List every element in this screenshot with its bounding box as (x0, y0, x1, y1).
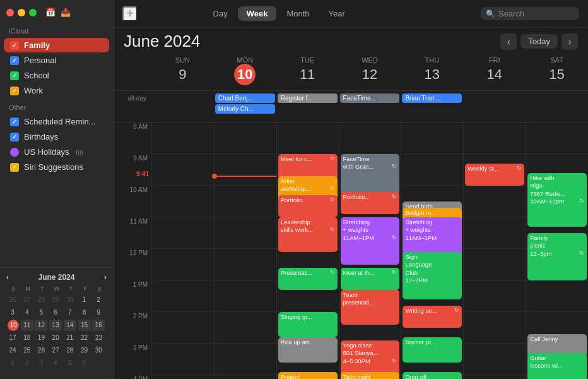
fullscreen-button[interactable] (29, 9, 37, 16)
event-block[interactable]: Portfolio... (278, 195, 338, 217)
mini-cal-prev[interactable]: ‹ (6, 273, 9, 282)
mini-cal-day[interactable]: 2 (92, 294, 105, 306)
tab-year[interactable]: Year (320, 6, 354, 21)
event-block[interactable]: Presentati... (278, 268, 338, 290)
mini-cal-day[interactable]: 7 (64, 307, 76, 318)
search-bar[interactable]: 🔍 (481, 7, 579, 20)
event-block[interactable]: Writing se... (403, 306, 462, 328)
mini-cal-day[interactable]: 5 (64, 358, 76, 369)
mini-cal-day[interactable]: 3 (6, 307, 19, 318)
mini-cal-day[interactable]: 28 (64, 345, 76, 356)
day-col-0[interactable] (151, 123, 214, 379)
allday-event[interactable]: Register f... (278, 93, 338, 103)
allday-cell-4[interactable]: Brian Tran'... (401, 92, 463, 104)
event-block[interactable]: Project presents... (278, 372, 338, 379)
mini-cal-day[interactable]: 11 (21, 320, 33, 331)
time-grid-container[interactable]: 7 AM8 AM9 AM10 AM11 AM12 PM1 PM2 PM3 PM4… (114, 123, 588, 379)
mini-cal-day[interactable]: 4 (49, 358, 62, 369)
mini-cal-day[interactable]: 28 (35, 294, 47, 306)
day-num[interactable]: 12 (359, 64, 380, 85)
mini-cal-day[interactable]: 17 (6, 332, 19, 344)
mini-cal-day[interactable]: 26 (6, 294, 19, 306)
add-event-button[interactable]: + (122, 6, 138, 21)
event-block[interactable]: Portfolio... (341, 192, 400, 214)
mini-cal-day[interactable]: 6 (49, 307, 62, 318)
mini-cal-day[interactable]: 1 (78, 294, 91, 306)
day-col-4[interactable]: Send birth...Budget m...Take Luna...Stre… (401, 123, 463, 379)
day-num[interactable]: 10 (234, 64, 256, 85)
event-block[interactable]: Leadership skills work... (278, 217, 338, 252)
minimize-button[interactable] (18, 9, 25, 16)
tab-month[interactable]: Month (278, 6, 318, 21)
day-num[interactable]: 9 (172, 64, 193, 85)
search-input[interactable] (498, 9, 574, 18)
tab-day[interactable]: Day (204, 6, 237, 21)
mini-cal-day[interactable]: 16 (92, 320, 105, 331)
day-num[interactable]: 14 (484, 64, 505, 85)
next-button[interactable]: › (562, 33, 578, 50)
mini-cal-day[interactable]: 3 (35, 358, 47, 369)
mini-cal-day[interactable]: 4 (21, 307, 33, 318)
allday-cell-6[interactable] (526, 92, 588, 95)
mini-cal-next[interactable]: › (104, 273, 107, 282)
mini-cal-day[interactable]: 20 (49, 332, 62, 344)
mini-cal-day[interactable]: 27 (21, 294, 33, 306)
sidebar-item-personal[interactable]: Personal (4, 53, 109, 68)
mini-cal-day[interactable]: 19 (35, 332, 47, 344)
allday-event[interactable]: Melody Ch... (215, 104, 275, 114)
mini-cal-day[interactable]: 13 (49, 320, 62, 331)
event-block[interactable]: Soccer pr... (403, 337, 462, 363)
day-num[interactable]: 11 (297, 64, 318, 85)
mini-cal-day[interactable]: 18 (21, 332, 33, 344)
sidebar-item-scheduled[interactable]: ✓Scheduled Remin... (4, 114, 109, 129)
mini-cal-day[interactable]: 6 (78, 358, 91, 369)
sidebar-item-holidays[interactable]: US Holidays)))) (4, 145, 109, 159)
day-col-5[interactable]: Weekly st... (463, 123, 526, 379)
prev-button[interactable]: ‹ (500, 33, 517, 50)
event-block[interactable]: Team presentati... (341, 290, 400, 322)
mini-cal-day[interactable]: 14 (64, 320, 76, 331)
mini-cal-day[interactable]: 25 (21, 345, 33, 356)
allday-event[interactable]: Brian Tran'... (402, 93, 462, 103)
day-col-6[interactable]: Hike with Rigo 7867 Redw... 10AM–12pmFam… (526, 123, 588, 379)
allday-cell-5[interactable] (463, 92, 526, 95)
event-block[interactable]: Family picnic 12–3pm (527, 233, 587, 280)
event-block[interactable]: Meet at th... (341, 268, 400, 290)
sidebar-item-family[interactable]: Family (4, 38, 109, 52)
event-block[interactable]: Drop off (403, 372, 462, 379)
mini-cal-day[interactable]: 10 (8, 320, 19, 331)
event-block[interactable]: FaceTime with Gran... (341, 154, 400, 195)
event-block[interactable]: Weekly st... (465, 164, 524, 186)
mini-cal-day[interactable]: 23 (92, 332, 105, 344)
mini-cal-day[interactable]: 5 (35, 307, 47, 318)
mini-cal-day[interactable]: 22 (78, 332, 91, 344)
mini-cal-day[interactable]: 29 (49, 294, 62, 306)
allday-cell-0[interactable] (151, 92, 214, 95)
sidebar-item-birthdays[interactable]: ✓Birthdays (4, 129, 109, 144)
sidebar-item-school[interactable]: School (4, 68, 109, 83)
mini-cal-day[interactable]: 27 (49, 345, 62, 356)
mini-cal-day[interactable]: 8 (78, 307, 91, 318)
day-col-1[interactable] (214, 123, 276, 379)
sidebar-item-work[interactable]: Work (4, 83, 109, 98)
mini-cal-day[interactable]: 1 (6, 358, 19, 369)
day-num[interactable]: 13 (421, 64, 443, 85)
close-button[interactable] (6, 9, 14, 16)
allday-cell-1[interactable]: Chad Benj...Melody Ch... (214, 92, 276, 115)
event-block[interactable]: Guitar lessons wi... (527, 353, 587, 379)
day-col-3[interactable]: FaceTime with Gran...Portfolio...Stretch… (339, 123, 401, 379)
tab-week[interactable]: Week (238, 6, 277, 21)
day-num[interactable]: 15 (546, 64, 568, 85)
allday-event[interactable]: Chad Benj... (215, 93, 275, 103)
allday-event[interactable]: FaceTime... (340, 93, 400, 103)
event-block[interactable]: Hike with Rigo 7867 Redw... 10AM–12pm (527, 173, 587, 227)
mini-cal-day[interactable]: 29 (78, 345, 91, 356)
event-block[interactable]: Sign Language Club 12–2PM (403, 252, 462, 299)
event-block[interactable]: Stretching + weights 11AM–1PM (341, 217, 400, 265)
day-col-2[interactable]: Meet for c...Artist workshop...Portfolio… (276, 123, 339, 379)
sidebar-item-siri[interactable]: ✓Siri Suggestions (4, 160, 109, 174)
mini-cal-day[interactable]: 2 (21, 358, 33, 369)
mini-cal-day[interactable]: 15 (78, 320, 91, 331)
today-button[interactable]: Today (520, 34, 558, 49)
mini-cal-day[interactable]: 30 (92, 345, 105, 356)
